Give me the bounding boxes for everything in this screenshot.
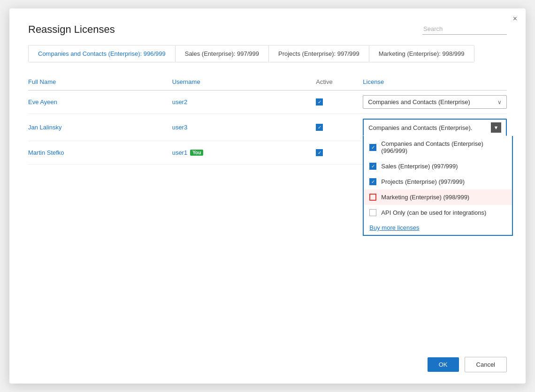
th-username: Username — [172, 76, 316, 87]
dropdown-option-label: Marketing (Enterprise) (998/999) — [381, 194, 469, 201]
license-value: Companies and Contacts (Enterprise). — [368, 124, 472, 131]
cell-active: ✓ — [316, 124, 363, 131]
dropdown-item[interactable]: ✓ Companies and Contacts (Enterprise) (9… — [364, 136, 512, 158]
username-text[interactable]: user2 — [172, 98, 188, 106]
username-text[interactable]: user1 — [172, 149, 188, 156]
cell-active: ✓ — [316, 149, 363, 156]
dropdown-checkbox-api[interactable] — [369, 209, 376, 216]
th-license: License — [363, 76, 507, 87]
active-checkbox[interactable]: ✓ — [316, 124, 323, 131]
dropdown-checkbox[interactable]: ✓ — [369, 163, 376, 170]
dropdown-checkbox[interactable]: ✓ — [369, 144, 376, 151]
cancel-button[interactable]: Cancel — [465, 357, 507, 372]
license-dropdown-open[interactable]: Companies and Contacts (Enterprise). ▼ — [363, 119, 507, 136]
dropdown-item-marketing[interactable]: Marketing (Enterprise) (998/999) — [364, 189, 512, 205]
dropdown-item[interactable]: ✓ Projects (Enterprise) (997/999) — [364, 174, 512, 189]
license-dropdown[interactable]: Companies and Contacts (Enterprise) ∨ — [363, 95, 507, 109]
chevron-down-icon: ∨ — [497, 99, 502, 106]
tabs-bar: Companies and Contacts (Enterprise): 996… — [28, 45, 474, 62]
close-button[interactable]: × — [513, 15, 517, 23]
dropdown-checkbox[interactable]: ✓ — [369, 178, 376, 185]
dropdown-option-label: Projects (Enterprise) (997/999) — [381, 178, 465, 185]
username-text[interactable]: user3 — [172, 124, 188, 131]
tab-marketing[interactable]: Marketing (Enterprise): 998/999 — [369, 45, 474, 62]
ok-button[interactable]: OK — [428, 357, 459, 372]
dropdown-checkbox-marketing[interactable] — [369, 194, 376, 201]
table-row: Eve Ayeen user2 ✓ Companies and Contacts… — [28, 90, 507, 114]
cell-full-name: Martin Stefko — [28, 149, 172, 156]
dropdown-item-api[interactable]: API Only (can be used for integrations) — [364, 205, 512, 220]
th-active: Active — [316, 76, 363, 87]
dropdown-option-label: Companies and Contacts (Enterprise) (996… — [381, 140, 506, 154]
license-value: Companies and Contacts (Enterprise) — [368, 98, 470, 106]
dialog-title: Reassign Licenses — [28, 23, 115, 36]
dropdown-option-label: Sales (Enterprise) (997/999) — [381, 163, 458, 170]
reassign-licenses-dialog: × Reassign Licenses Companies and Contac… — [9, 8, 526, 384]
dropdown-item[interactable]: ✓ Sales (Enterprise) (997/999) — [364, 158, 512, 174]
cell-license-open: Companies and Contacts (Enterprise). ▼ ✓… — [363, 119, 507, 136]
table-row: Jan Lalinsky user3 ✓ Companies and Conta… — [28, 114, 507, 141]
dropdown-option-label: API Only (can be used for integrations) — [381, 209, 486, 216]
dialog-footer: OK Cancel — [28, 347, 507, 384]
cell-active: ✓ — [316, 98, 363, 106]
cell-username: user3 — [172, 124, 316, 131]
buy-more-link[interactable]: Buy more licenses — [364, 220, 512, 235]
cell-license: Companies and Contacts (Enterprise) ∨ — [363, 95, 507, 109]
dialog-header: Reassign Licenses — [28, 23, 507, 36]
table-header: Full Name Username Active License — [28, 74, 507, 90]
cell-full-name: Jan Lalinsky — [28, 124, 172, 131]
tab-projects[interactable]: Projects (Enterprise): 997/999 — [269, 45, 369, 62]
cell-username: user1 You — [172, 149, 316, 156]
dropdown-arrow-button[interactable]: ▼ — [491, 122, 501, 133]
active-checkbox[interactable]: ✓ — [316, 149, 323, 156]
th-full-name: Full Name — [28, 76, 172, 87]
search-input[interactable] — [422, 23, 507, 35]
tab-companies[interactable]: Companies and Contacts (Enterprise): 996… — [29, 45, 176, 62]
users-table: Full Name Username Active License Eve Ay… — [28, 74, 507, 347]
dropdown-panel: ✓ Companies and Contacts (Enterprise) (9… — [363, 136, 513, 236]
you-badge: You — [190, 150, 203, 156]
tab-sales[interactable]: Sales (Enterprise): 997/999 — [176, 45, 269, 62]
search-container — [422, 23, 507, 35]
active-checkbox[interactable]: ✓ — [316, 98, 323, 106]
cell-full-name: Eve Ayeen — [28, 98, 172, 106]
cell-username: user2 — [172, 98, 316, 106]
